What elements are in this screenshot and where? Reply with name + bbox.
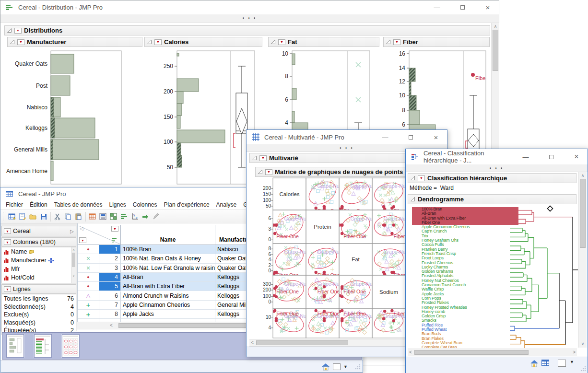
maximize-button[interactable] bbox=[540, 149, 562, 164]
titlebar-distribution[interactable]: Cereal - Distribution - JMP Pro — × bbox=[0, 0, 499, 14]
row-number[interactable]: 3 bbox=[99, 264, 121, 273]
collapse-icon[interactable] bbox=[252, 155, 257, 161]
dendrogram-labels[interactable]: 100% BranAll-BranAll-Bran with Extra Fib… bbox=[412, 207, 518, 348]
maximize-button[interactable] bbox=[400, 130, 422, 144]
row-marker[interactable]: + bbox=[78, 310, 99, 319]
collapse-icon[interactable] bbox=[386, 39, 391, 45]
excel-import-icon[interactable] bbox=[87, 211, 98, 222]
column-item-manufacturer[interactable]: Manufacturer bbox=[2, 256, 76, 265]
dropdown-arrow-icon[interactable]: ▼ bbox=[570, 360, 574, 364]
row-marker[interactable]: × bbox=[78, 254, 99, 263]
dendrogram[interactable]: 100% BranAll-BranAll-Bran with Extra Fib… bbox=[408, 204, 578, 348]
red-triangle-menu[interactable]: ▼ bbox=[393, 39, 400, 45]
row-marker[interactable]: × bbox=[78, 264, 99, 273]
scrollbar-thumb[interactable] bbox=[493, 30, 498, 71]
sort-icon[interactable] bbox=[112, 238, 118, 243]
resize-grip[interactable] bbox=[354, 363, 361, 370]
columns-corner-icon[interactable]: ◁ bbox=[80, 226, 83, 231]
cell-name[interactable]: Apple Jacks bbox=[121, 310, 215, 319]
row-marker[interactable]: ● bbox=[78, 282, 99, 291]
close-button[interactable]: × bbox=[425, 130, 447, 144]
rows-red-triangle[interactable]: ▼ bbox=[79, 237, 86, 243]
grid-corner[interactable]: ◁ ▼ ▼ bbox=[78, 225, 121, 245]
titlebar-clustering[interactable]: Cereal - Classification hiérarchique - J… bbox=[406, 149, 588, 164]
scroll-up-arrow[interactable]: ∧ bbox=[579, 174, 587, 178]
scroll-left-arrow[interactable]: < bbox=[409, 350, 412, 355]
dropdown-arrow-icon[interactable]: ▼ bbox=[343, 364, 348, 369]
scrollbar-thumb[interactable] bbox=[256, 340, 348, 345]
formula-icon[interactable] bbox=[151, 211, 161, 222]
row-number[interactable]: 6 bbox=[99, 291, 121, 301]
row-marker[interactable]: △ bbox=[78, 291, 99, 301]
menu-fichier[interactable]: Fichier bbox=[2, 200, 26, 210]
scrollbar-thumb[interactable] bbox=[414, 350, 529, 355]
marker-color-swatch[interactable] bbox=[558, 360, 566, 367]
row-marker[interactable]: ● bbox=[78, 245, 99, 254]
scroll-left-arrow[interactable]: < bbox=[251, 340, 254, 345]
collapse-icon[interactable] bbox=[7, 28, 12, 33]
menu-lignes[interactable]: Lignes bbox=[106, 200, 129, 210]
scroll-up-arrow[interactable]: ∧ bbox=[492, 24, 499, 29]
toolbar-grip[interactable] bbox=[3, 212, 5, 221]
marker-color-swatch[interactable] bbox=[333, 363, 341, 370]
cut-icon[interactable] bbox=[52, 211, 63, 222]
journal-icon[interactable] bbox=[17, 211, 28, 222]
column-item-hot-cold[interactable]: Hot/Cold bbox=[2, 273, 76, 282]
column-header-name[interactable]: Name bbox=[121, 225, 215, 245]
thumbnail-distribution[interactable] bbox=[6, 334, 24, 358]
red-triangle-menu[interactable]: ▼ bbox=[14, 28, 22, 34]
red-triangle-menu[interactable]: ▼ bbox=[4, 239, 11, 245]
collapse-icon[interactable] bbox=[10, 39, 15, 45]
collapse-icon[interactable] bbox=[270, 39, 276, 45]
rows-panel-header[interactable]: ▼ Lignes bbox=[1, 284, 76, 294]
fit-y-x-icon[interactable]: yx bbox=[129, 211, 140, 222]
cell-name[interactable]: 100% Nat. Low Fat Granola w raisins bbox=[121, 264, 215, 273]
assign-icon[interactable] bbox=[140, 211, 151, 222]
maximize-button[interactable] bbox=[451, 0, 473, 14]
red-triangle-menu[interactable]: ▼ bbox=[259, 155, 267, 161]
data-table-status-icon[interactable] bbox=[541, 360, 551, 367]
column-item-mfr[interactable]: Mfr bbox=[2, 265, 76, 273]
window-grip-dots[interactable]: • • • bbox=[406, 164, 588, 172]
close-button[interactable]: × bbox=[477, 0, 499, 14]
window-grip-dots[interactable]: • • • bbox=[0, 14, 499, 23]
red-triangle-menu[interactable]: ▼ bbox=[418, 175, 425, 181]
menu--dition[interactable]: Édition bbox=[26, 200, 51, 210]
minimize-button[interactable]: — bbox=[515, 149, 537, 164]
menu-plan-d-exp-rience[interactable]: Plan d'expérience bbox=[161, 200, 213, 210]
red-triangle-menu[interactable]: ▼ bbox=[4, 228, 11, 234]
paste-icon[interactable] bbox=[73, 211, 84, 222]
row-marker[interactable]: + bbox=[78, 301, 99, 310]
row-number[interactable]: 7 bbox=[99, 301, 121, 310]
collapse-icon[interactable] bbox=[410, 197, 415, 202]
copy-icon[interactable] bbox=[63, 211, 73, 222]
red-triangle-menu[interactable]: ▼ bbox=[17, 39, 24, 45]
new-data-table-icon[interactable] bbox=[7, 211, 17, 222]
resize-grip[interactable] bbox=[580, 365, 587, 372]
save-icon[interactable] bbox=[38, 211, 49, 222]
dendrogram-leaf-label[interactable]: Complete Oat Bran bbox=[412, 345, 518, 348]
h-scrollbar[interactable]: < > bbox=[408, 349, 577, 356]
red-triangle-menu[interactable]: ▼ bbox=[278, 39, 285, 45]
cell-name[interactable]: Apple Cinnamon Cheerios bbox=[121, 301, 215, 310]
row-number[interactable]: 2 bbox=[99, 254, 121, 263]
menu-analyse[interactable]: Analyse bbox=[213, 200, 240, 210]
cell-name[interactable]: All-Bran bbox=[121, 273, 215, 282]
red-triangle-menu[interactable]: ▼ bbox=[154, 39, 162, 45]
collapse-icon[interactable] bbox=[147, 39, 152, 45]
row-number[interactable]: 4 bbox=[99, 273, 121, 282]
red-triangle-menu[interactable]: ▼ bbox=[4, 286, 11, 292]
row-number[interactable]: 8 bbox=[99, 310, 121, 319]
expand-chevron-icon[interactable]: ▷ bbox=[70, 229, 74, 234]
cell-name[interactable]: 100% Bran bbox=[121, 245, 215, 254]
menu-colonnes[interactable]: Colonnes bbox=[129, 200, 161, 210]
home-icon[interactable] bbox=[530, 360, 540, 367]
open-icon[interactable] bbox=[28, 211, 38, 222]
cell-name[interactable]: 100% Nat. Bran Oats & Honey bbox=[121, 254, 215, 263]
minimize-button[interactable]: — bbox=[374, 130, 396, 144]
collapse-icon[interactable] bbox=[410, 175, 415, 181]
menu-tables-de-donn-es[interactable]: Tables de données bbox=[51, 200, 106, 210]
row-number[interactable]: 1 bbox=[99, 245, 121, 254]
distribution-icon[interactable] bbox=[119, 211, 129, 222]
summary-icon[interactable] bbox=[98, 211, 108, 222]
